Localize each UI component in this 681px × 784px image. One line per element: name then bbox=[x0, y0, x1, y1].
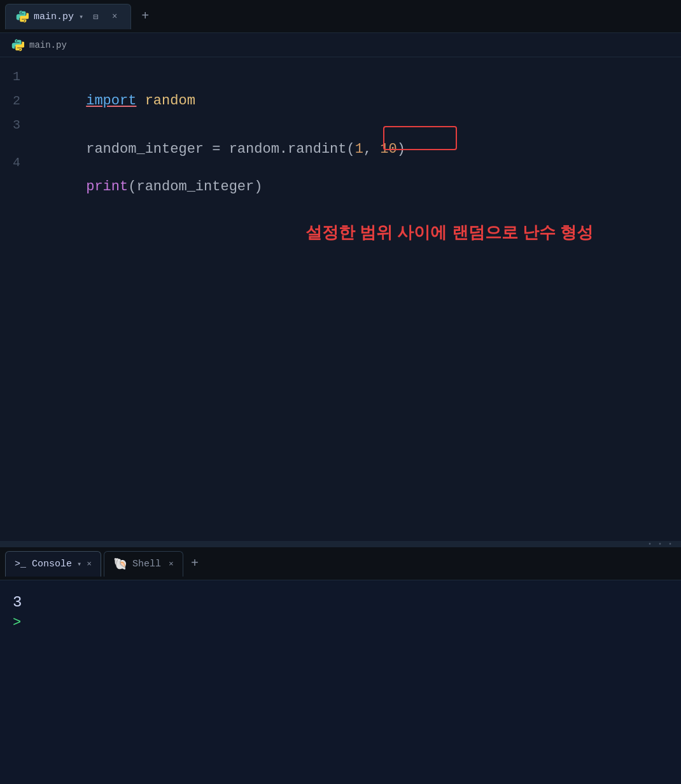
console-tab-bar: >_ Console ▾ × 🐚 Shell × + bbox=[0, 547, 681, 580]
close-console-tab-button[interactable]: × bbox=[87, 559, 92, 569]
code-line-1: 1 import random bbox=[0, 65, 681, 89]
console-tab-label: >_ Console bbox=[15, 559, 72, 570]
breadcrumb-filename: main.py bbox=[29, 40, 67, 50]
space-1 bbox=[136, 93, 144, 109]
shell-tab-label: Shell bbox=[132, 559, 161, 570]
resize-dots-icon: • • • bbox=[648, 541, 673, 548]
close-tab-button[interactable]: × bbox=[108, 10, 122, 24]
editor-tab-bar: main.py ▾ ⊟ × + bbox=[0, 0, 681, 33]
console-panel: >_ Console ▾ × 🐚 Shell × + 3 > bbox=[0, 547, 681, 784]
file-tab[interactable]: main.py ▾ ⊟ × bbox=[5, 4, 131, 29]
line-number-1: 1 bbox=[0, 65, 36, 89]
shell-icon: 🐚 bbox=[113, 557, 127, 571]
breadcrumb: main.py bbox=[0, 33, 681, 57]
line-number-4: 4 bbox=[0, 151, 36, 175]
keyword-import: import bbox=[86, 93, 136, 109]
keyword-print: print bbox=[86, 179, 128, 195]
add-console-tab-button[interactable]: + bbox=[186, 556, 204, 571]
code-editor[interactable]: 1 import random 2 3 random_integer = ran… bbox=[0, 57, 681, 541]
chevron-down-icon[interactable]: ▾ bbox=[79, 12, 83, 22]
line-number-2: 2 bbox=[0, 89, 36, 113]
resize-handle[interactable]: • • • bbox=[0, 541, 681, 547]
annotation-text: 설정한 범위 사이에 랜덤으로 난수 형성 bbox=[305, 221, 593, 244]
tab-filename: main.py bbox=[34, 11, 74, 22]
add-tab-button[interactable]: + bbox=[136, 8, 154, 25]
console-tab[interactable]: >_ Console ▾ × bbox=[5, 551, 101, 577]
console-content: 3 > bbox=[0, 580, 681, 641]
print-args: (random_integer) bbox=[128, 179, 262, 195]
line-number-3: 3 bbox=[0, 113, 36, 137]
console-prompt: > bbox=[13, 615, 668, 631]
module-random: random bbox=[145, 93, 195, 109]
code-line-3: 3 random_integer = random.randint(1, 10) bbox=[0, 113, 681, 137]
chevron-down-icon-console[interactable]: ▾ bbox=[77, 559, 81, 569]
line-content-4: print(random_integer) bbox=[36, 151, 681, 223]
shell-tab[interactable]: 🐚 Shell × bbox=[104, 551, 183, 577]
close-shell-tab-button[interactable]: × bbox=[169, 559, 174, 569]
panel-toggle-button[interactable]: ⊟ bbox=[88, 10, 102, 24]
code-line-4: 4 print(random_integer) bbox=[0, 151, 681, 175]
python-icon bbox=[15, 10, 29, 24]
console-output-value: 3 bbox=[13, 591, 668, 615]
python-breadcrumb-icon bbox=[10, 38, 24, 52]
